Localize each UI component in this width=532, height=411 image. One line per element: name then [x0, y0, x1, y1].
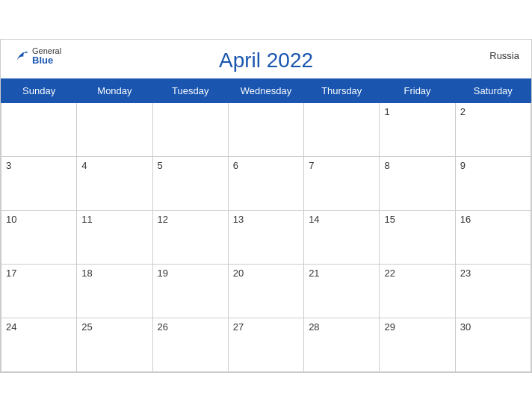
calendar-cell: 30	[455, 318, 531, 371]
calendar-cell: 16	[455, 210, 531, 264]
calendar-thead: SundayMondayTuesdayWednesdayThursdayFrid…	[1, 78, 531, 102]
week-row-0: 12	[1, 102, 531, 156]
calendar-cell	[77, 102, 152, 156]
calendar-cell: 8	[380, 156, 455, 210]
calendar-cell: 24	[1, 318, 77, 371]
week-row-1: 3456789	[1, 156, 531, 210]
day-number: 27	[233, 321, 244, 333]
day-number: 6	[233, 160, 238, 171]
day-number: 1	[384, 106, 389, 117]
calendar-cell: 26	[152, 318, 228, 371]
calendar-cell: 10	[1, 210, 77, 264]
day-number: 16	[460, 214, 471, 225]
calendar-cell: 18	[77, 264, 152, 318]
day-number: 29	[384, 321, 395, 333]
day-number: 5	[158, 160, 163, 171]
calendar-cell: 20	[228, 264, 303, 318]
calendar-cell	[152, 102, 228, 156]
calendar: General Blue April 2022 Russia SundayMon…	[0, 39, 532, 373]
calendar-cell: 9	[455, 156, 531, 210]
calendar-table: SundayMondayTuesdayWednesdayThursdayFrid…	[1, 78, 531, 372]
day-number: 18	[81, 268, 92, 279]
calendar-cell	[1, 102, 77, 156]
day-number: 13	[233, 214, 244, 225]
day-number: 25	[81, 321, 92, 333]
day-number: 7	[309, 160, 314, 171]
calendar-cell: 21	[304, 264, 380, 318]
calendar-cell: 3	[1, 156, 77, 210]
calendar-cell: 2	[455, 102, 531, 156]
calendar-cell: 23	[455, 264, 531, 318]
day-number: 24	[6, 321, 16, 333]
day-number: 17	[6, 268, 16, 279]
logo-text: General Blue	[32, 47, 61, 65]
calendar-cell: 25	[77, 318, 152, 371]
day-number: 14	[309, 214, 319, 225]
week-row-4: 24252627282930	[1, 318, 531, 371]
logo-bird-icon	[13, 48, 29, 64]
day-number: 2	[460, 106, 466, 117]
logo: General Blue	[13, 47, 61, 65]
day-number: 28	[309, 321, 319, 333]
logo-blue: Blue	[32, 55, 61, 65]
week-row-2: 10111213141516	[1, 210, 531, 264]
day-number: 20	[233, 268, 244, 279]
calendar-cell: 22	[380, 264, 455, 318]
weekday-header-monday: Monday	[77, 78, 152, 102]
calendar-cell: 14	[304, 210, 380, 264]
calendar-cell: 19	[152, 264, 228, 318]
day-number: 12	[158, 214, 168, 225]
day-number: 4	[81, 160, 87, 171]
calendar-cell	[228, 102, 303, 156]
weekday-header-saturday: Saturday	[455, 78, 531, 102]
calendar-cell: 7	[304, 156, 380, 210]
day-number: 8	[384, 160, 389, 171]
day-number: 3	[6, 160, 11, 171]
country-label: Russia	[489, 50, 519, 61]
weekday-header-row: SundayMondayTuesdayWednesdayThursdayFrid…	[1, 78, 531, 102]
calendar-cell: 6	[228, 156, 303, 210]
calendar-cell: 17	[1, 264, 77, 318]
weekday-header-tuesday: Tuesday	[152, 78, 228, 102]
day-number: 9	[460, 160, 466, 171]
day-number: 10	[6, 214, 16, 225]
calendar-cell: 15	[380, 210, 455, 264]
calendar-cell	[304, 102, 380, 156]
logo-general: General	[32, 47, 61, 55]
calendar-cell: 11	[77, 210, 152, 264]
weekday-header-sunday: Sunday	[1, 78, 77, 102]
day-number: 21	[309, 268, 319, 279]
weekday-header-friday: Friday	[380, 78, 455, 102]
calendar-tbody: 1234567891011121314151617181920212223242…	[1, 102, 531, 371]
calendar-cell: 12	[152, 210, 228, 264]
weekday-header-wednesday: Wednesday	[228, 78, 303, 102]
calendar-cell: 27	[228, 318, 303, 371]
calendar-cell: 4	[77, 156, 152, 210]
day-number: 26	[158, 321, 168, 333]
calendar-cell: 5	[152, 156, 228, 210]
calendar-title: April 2022	[219, 49, 313, 72]
day-number: 22	[384, 268, 395, 279]
day-number: 30	[460, 321, 471, 333]
day-number: 19	[158, 268, 168, 279]
day-number: 11	[81, 214, 92, 225]
weekday-header-thursday: Thursday	[304, 78, 380, 102]
week-row-3: 17181920212223	[1, 264, 531, 318]
calendar-header: General Blue April 2022 Russia	[1, 40, 531, 78]
calendar-cell: 13	[228, 210, 303, 264]
calendar-cell: 1	[380, 102, 455, 156]
calendar-cell: 29	[380, 318, 455, 371]
calendar-cell: 28	[304, 318, 380, 371]
day-number: 15	[384, 214, 395, 225]
day-number: 23	[460, 268, 471, 279]
